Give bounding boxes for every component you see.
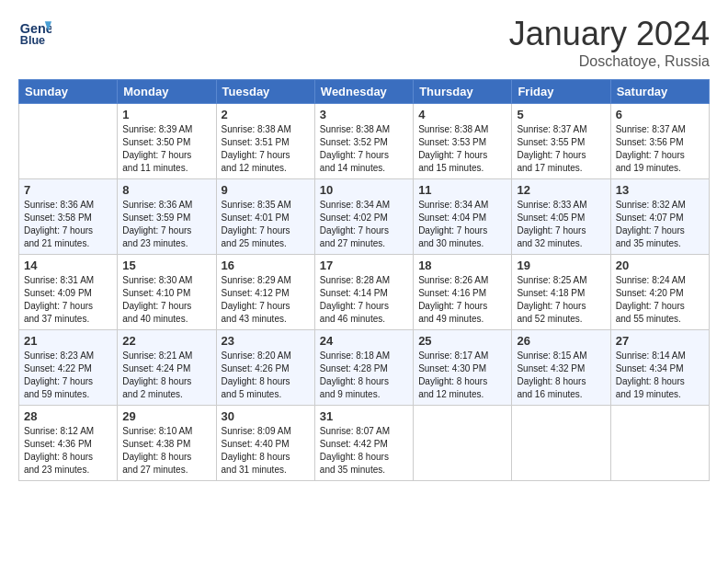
day-number: 10 — [320, 183, 408, 197]
header-row: SundayMondayTuesdayWednesdayThursdayFrid… — [19, 80, 710, 104]
header-cell-wednesday: Wednesday — [314, 80, 413, 104]
day-cell: 27Sunrise: 8:14 AM Sunset: 4:34 PM Dayli… — [610, 330, 709, 406]
day-cell: 24Sunrise: 8:18 AM Sunset: 4:28 PM Dayli… — [314, 330, 413, 406]
day-number: 17 — [320, 259, 408, 272]
day-number: 15 — [122, 259, 210, 272]
day-number: 8 — [122, 183, 210, 197]
day-number: 28 — [24, 409, 112, 423]
day-number: 3 — [320, 108, 408, 121]
day-cell: 7Sunrise: 8:36 AM Sunset: 3:58 PM Daylig… — [19, 179, 118, 255]
day-cell: 15Sunrise: 8:30 AM Sunset: 4:10 PM Dayli… — [118, 255, 216, 330]
day-info: Sunrise: 8:26 AM Sunset: 4:16 PM Dayligh… — [418, 274, 506, 326]
day-info: Sunrise: 8:37 AM Sunset: 3:55 PM Dayligh… — [517, 123, 605, 175]
day-cell: 12Sunrise: 8:33 AM Sunset: 4:05 PM Dayli… — [512, 179, 610, 255]
day-info: Sunrise: 8:39 AM Sunset: 3:50 PM Dayligh… — [122, 123, 210, 175]
day-number: 13 — [616, 183, 704, 197]
day-number: 26 — [517, 334, 605, 348]
day-cell: 28Sunrise: 8:12 AM Sunset: 4:36 PM Dayli… — [19, 406, 118, 481]
day-info: Sunrise: 8:35 AM Sunset: 4:01 PM Dayligh… — [222, 199, 310, 250]
day-info: Sunrise: 8:21 AM Sunset: 4:24 PM Dayligh… — [122, 350, 210, 401]
day-info: Sunrise: 8:36 AM Sunset: 3:59 PM Dayligh… — [122, 199, 210, 250]
title-block: January 2024 Doschatoye, Russia — [509, 15, 710, 70]
day-info: Sunrise: 8:17 AM Sunset: 4:30 PM Dayligh… — [418, 350, 506, 401]
day-info: Sunrise: 8:20 AM Sunset: 4:26 PM Dayligh… — [222, 350, 310, 401]
header-cell-saturday: Saturday — [610, 80, 709, 104]
week-row-2: 14Sunrise: 8:31 AM Sunset: 4:09 PM Dayli… — [19, 255, 710, 330]
day-number: 21 — [24, 334, 112, 348]
day-info: Sunrise: 8:38 AM Sunset: 3:51 PM Dayligh… — [222, 123, 310, 175]
day-cell — [414, 406, 512, 481]
day-cell: 29Sunrise: 8:10 AM Sunset: 4:38 PM Dayli… — [118, 406, 216, 481]
day-info: Sunrise: 8:37 AM Sunset: 3:56 PM Dayligh… — [616, 123, 704, 175]
day-info: Sunrise: 8:38 AM Sunset: 3:53 PM Dayligh… — [418, 123, 506, 175]
day-info: Sunrise: 8:14 AM Sunset: 4:34 PM Dayligh… — [616, 350, 704, 401]
day-cell: 21Sunrise: 8:23 AM Sunset: 4:22 PM Dayli… — [19, 330, 118, 406]
day-cell — [512, 406, 610, 481]
day-number: 27 — [616, 334, 704, 348]
day-cell: 25Sunrise: 8:17 AM Sunset: 4:30 PM Dayli… — [414, 330, 512, 406]
day-cell — [610, 406, 709, 481]
day-number: 30 — [222, 409, 310, 423]
day-cell: 3Sunrise: 8:38 AM Sunset: 3:52 PM Daylig… — [314, 104, 413, 179]
day-info: Sunrise: 8:15 AM Sunset: 4:32 PM Dayligh… — [517, 350, 605, 401]
day-number: 29 — [122, 409, 210, 423]
day-number: 20 — [616, 259, 704, 272]
month-title: January 2024 — [509, 15, 710, 53]
day-cell: 22Sunrise: 8:21 AM Sunset: 4:24 PM Dayli… — [118, 330, 216, 406]
day-number: 24 — [320, 334, 408, 348]
day-number: 11 — [418, 183, 506, 197]
day-cell: 6Sunrise: 8:37 AM Sunset: 3:56 PM Daylig… — [610, 104, 709, 179]
week-row-3: 21Sunrise: 8:23 AM Sunset: 4:22 PM Dayli… — [19, 330, 710, 406]
day-number: 23 — [222, 334, 310, 348]
day-number: 25 — [418, 334, 506, 348]
day-cell: 31Sunrise: 8:07 AM Sunset: 4:42 PM Dayli… — [314, 406, 413, 481]
logo-icon: General Blue — [18, 15, 51, 48]
day-number: 6 — [616, 108, 704, 121]
day-cell — [19, 104, 118, 179]
day-number: 18 — [418, 259, 506, 272]
header-cell-sunday: Sunday — [19, 80, 118, 104]
header: General Blue January 2024 Doschatoye, Ru… — [18, 15, 710, 70]
day-cell: 5Sunrise: 8:37 AM Sunset: 3:55 PM Daylig… — [512, 104, 610, 179]
day-cell: 20Sunrise: 8:24 AM Sunset: 4:20 PM Dayli… — [610, 255, 709, 330]
day-cell: 23Sunrise: 8:20 AM Sunset: 4:26 PM Dayli… — [216, 330, 314, 406]
day-number: 9 — [222, 183, 310, 197]
svg-text:Blue: Blue — [20, 34, 45, 47]
day-info: Sunrise: 8:28 AM Sunset: 4:14 PM Dayligh… — [320, 274, 408, 326]
week-row-1: 7Sunrise: 8:36 AM Sunset: 3:58 PM Daylig… — [19, 179, 710, 255]
day-info: Sunrise: 8:10 AM Sunset: 4:38 PM Dayligh… — [122, 425, 210, 477]
day-cell: 1Sunrise: 8:39 AM Sunset: 3:50 PM Daylig… — [118, 104, 216, 179]
day-cell: 19Sunrise: 8:25 AM Sunset: 4:18 PM Dayli… — [512, 255, 610, 330]
day-number: 2 — [222, 108, 310, 121]
week-row-0: 1Sunrise: 8:39 AM Sunset: 3:50 PM Daylig… — [19, 104, 710, 179]
day-number: 1 — [122, 108, 210, 121]
day-cell: 17Sunrise: 8:28 AM Sunset: 4:14 PM Dayli… — [314, 255, 413, 330]
day-info: Sunrise: 8:31 AM Sunset: 4:09 PM Dayligh… — [24, 274, 112, 326]
day-cell: 13Sunrise: 8:32 AM Sunset: 4:07 PM Dayli… — [610, 179, 709, 255]
day-cell: 9Sunrise: 8:35 AM Sunset: 4:01 PM Daylig… — [216, 179, 314, 255]
day-number: 4 — [418, 108, 506, 121]
day-cell: 16Sunrise: 8:29 AM Sunset: 4:12 PM Dayli… — [216, 255, 314, 330]
day-info: Sunrise: 8:36 AM Sunset: 3:58 PM Dayligh… — [24, 199, 112, 250]
day-number: 5 — [517, 108, 605, 121]
day-cell: 11Sunrise: 8:34 AM Sunset: 4:04 PM Dayli… — [414, 179, 512, 255]
week-row-4: 28Sunrise: 8:12 AM Sunset: 4:36 PM Dayli… — [19, 406, 710, 481]
day-cell: 30Sunrise: 8:09 AM Sunset: 4:40 PM Dayli… — [216, 406, 314, 481]
day-cell: 14Sunrise: 8:31 AM Sunset: 4:09 PM Dayli… — [19, 255, 118, 330]
logo: General Blue — [18, 15, 55, 48]
day-info: Sunrise: 8:25 AM Sunset: 4:18 PM Dayligh… — [517, 274, 605, 326]
page: General Blue January 2024 Doschatoye, Ru… — [0, 0, 728, 490]
day-cell: 4Sunrise: 8:38 AM Sunset: 3:53 PM Daylig… — [414, 104, 512, 179]
day-cell: 26Sunrise: 8:15 AM Sunset: 4:32 PM Dayli… — [512, 330, 610, 406]
day-info: Sunrise: 8:30 AM Sunset: 4:10 PM Dayligh… — [122, 274, 210, 326]
header-cell-monday: Monday — [118, 80, 216, 104]
day-cell: 18Sunrise: 8:26 AM Sunset: 4:16 PM Dayli… — [414, 255, 512, 330]
day-info: Sunrise: 8:29 AM Sunset: 4:12 PM Dayligh… — [222, 274, 310, 326]
day-info: Sunrise: 8:38 AM Sunset: 3:52 PM Dayligh… — [320, 123, 408, 175]
day-number: 31 — [320, 409, 408, 423]
calendar-table: SundayMondayTuesdayWednesdayThursdayFrid… — [18, 79, 710, 481]
day-number: 14 — [24, 259, 112, 272]
day-info: Sunrise: 8:32 AM Sunset: 4:07 PM Dayligh… — [616, 199, 704, 250]
day-info: Sunrise: 8:33 AM Sunset: 4:05 PM Dayligh… — [517, 199, 605, 250]
day-number: 22 — [122, 334, 210, 348]
